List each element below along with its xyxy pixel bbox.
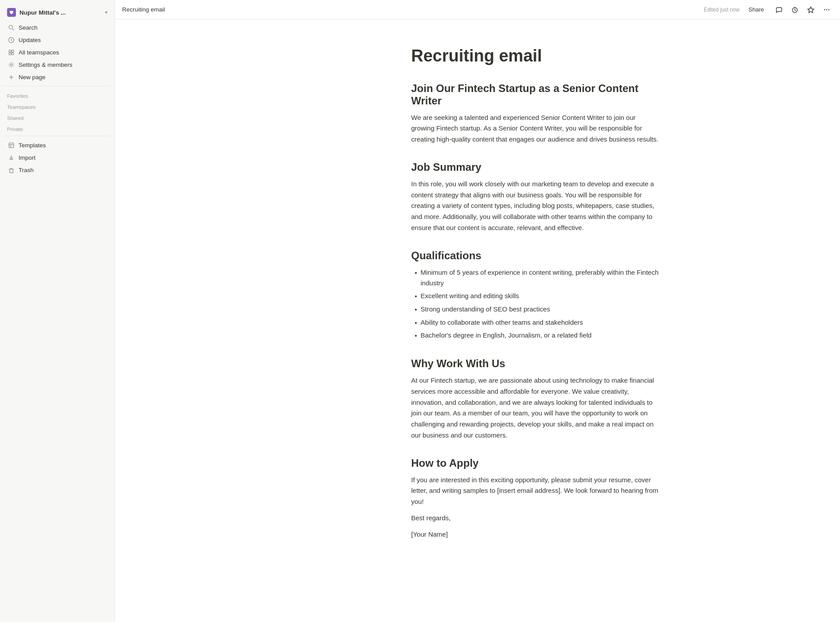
trash-icon xyxy=(7,166,15,174)
svg-rect-10 xyxy=(9,143,14,148)
svg-rect-6 xyxy=(12,53,14,55)
timer-icon-button[interactable] xyxy=(789,4,801,16)
page-title: Recruiting email xyxy=(411,46,659,66)
new-page-label: New page xyxy=(19,74,46,81)
header-page-title: Recruiting email xyxy=(122,6,165,13)
sidebar-divider-2 xyxy=(4,136,111,136)
nav-search[interactable]: Search xyxy=(2,21,113,34)
how-to-apply-heading: How to Apply xyxy=(411,457,659,469)
list-item: Ability to collaborate with other teams … xyxy=(411,317,659,329)
edited-status: Edited just now xyxy=(704,7,740,13)
teamspaces-section-label: Teamspaces xyxy=(0,100,115,111)
why-work-body: At our Fintech startup, we are passionat… xyxy=(411,375,659,441)
nav-import[interactable]: Import xyxy=(2,151,113,164)
star-icon-button[interactable] xyxy=(805,4,817,16)
list-item: Bachelor's degree in English, Journalism… xyxy=(411,330,659,342)
main-content: Recruiting email Join Our Fintech Startu… xyxy=(230,19,840,622)
document-content: Recruiting email Join Our Fintech Startu… xyxy=(376,19,694,598)
intro-paragraph: We are seeking a talented and experience… xyxy=(411,112,659,145)
import-label: Import xyxy=(19,154,35,161)
trash-label: Trash xyxy=(19,167,34,173)
share-button[interactable]: Share xyxy=(743,4,769,15)
teamspaces-icon xyxy=(7,48,15,56)
header: Recruiting email Edited just now Share xyxy=(115,0,840,19)
nav-updates[interactable]: Updates xyxy=(2,34,113,46)
svg-rect-4 xyxy=(12,50,14,52)
new-page-icon xyxy=(7,73,15,81)
favorites-section-label: Favorites xyxy=(0,89,115,100)
svg-point-0 xyxy=(9,25,12,29)
all-teamspaces-label: All teamspaces xyxy=(19,49,59,56)
qualifications-list: Minimum of 5 years of experience in cont… xyxy=(411,267,659,342)
job-summary-heading: Job Summary xyxy=(411,161,659,173)
nav-templates[interactable]: Templates xyxy=(2,139,113,151)
workspace-chevron-icon: ▾ xyxy=(105,9,108,15)
list-item: Excellent writing and editing skills xyxy=(411,291,659,302)
private-section-label: Private xyxy=(0,122,115,133)
svg-rect-5 xyxy=(9,53,11,55)
qualifications-heading: Qualifications xyxy=(411,250,659,262)
svg-rect-3 xyxy=(9,50,11,52)
workspace-name: Nupur Mittal's ... xyxy=(19,9,101,16)
list-item: Minimum of 5 years of experience in cont… xyxy=(411,267,659,289)
shared-section-label: Shared xyxy=(0,111,115,122)
nav-settings-members[interactable]: Settings & members xyxy=(2,58,113,71)
closing-line-1: Best regards, xyxy=(411,513,659,524)
updates-label: Updates xyxy=(19,37,41,43)
settings-members-label: Settings & members xyxy=(19,61,73,68)
more-options-button[interactable] xyxy=(821,4,833,16)
import-icon xyxy=(7,154,15,161)
why-work-heading: Why Work With Us xyxy=(411,357,659,370)
comment-icon-button[interactable] xyxy=(773,4,785,16)
main-heading: Join Our Fintech Startup as a Senior Con… xyxy=(411,82,659,107)
nav-new-page[interactable]: New page xyxy=(2,71,113,83)
settings-icon xyxy=(7,61,15,69)
closing-line-2: [Your Name] xyxy=(411,529,659,540)
svg-point-18 xyxy=(826,9,827,10)
list-item: Strong understanding of SEO best practic… xyxy=(411,304,659,315)
header-right: Edited just now Share xyxy=(704,4,833,16)
templates-label: Templates xyxy=(19,142,46,149)
sidebar-divider-1 xyxy=(4,86,111,86)
job-summary-body: In this role, you will work closely with… xyxy=(411,179,659,234)
search-icon xyxy=(7,23,15,31)
sidebar: Nupur Mittal's ... ▾ Search Updates All … xyxy=(0,0,115,622)
svg-point-7 xyxy=(10,64,12,66)
svg-marker-16 xyxy=(808,7,814,12)
templates-icon xyxy=(7,141,15,149)
how-to-apply-body: If you are interested in this exciting o… xyxy=(411,475,659,507)
workspace-row[interactable]: Nupur Mittal's ... ▾ xyxy=(4,5,111,19)
svg-point-19 xyxy=(828,9,829,10)
svg-line-1 xyxy=(12,28,14,30)
nav-trash[interactable]: Trash xyxy=(2,164,113,176)
search-label: Search xyxy=(19,24,38,31)
svg-point-17 xyxy=(824,9,825,10)
workspace-icon xyxy=(7,8,16,17)
updates-icon xyxy=(7,36,15,44)
nav-all-teamspaces[interactable]: All teamspaces xyxy=(2,46,113,58)
